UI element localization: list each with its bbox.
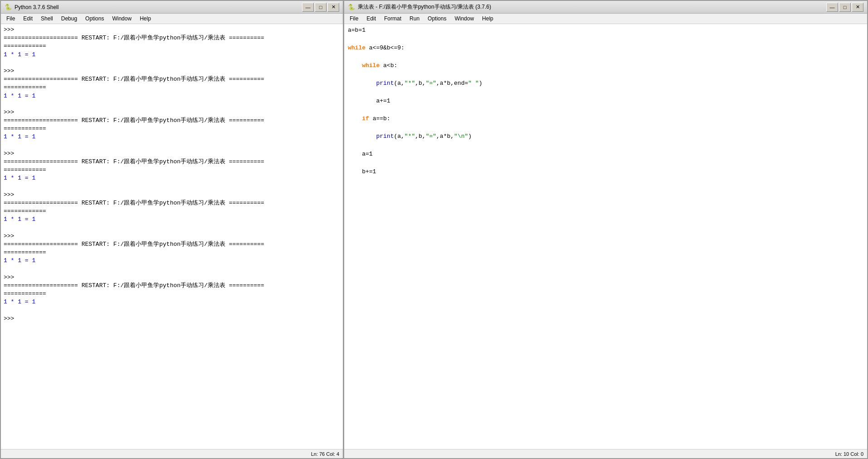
editor-window-icon: 🐍 — [348, 4, 355, 11]
shell-restart-5: ===================== RESTART: F:/跟着小甲鱼学… — [4, 199, 340, 207]
shell-restart-6b: ============ — [4, 249, 340, 257]
shell-blank-5 — [4, 224, 340, 232]
code-line-4: print(a,"*",b,"=",a*b,end=" ") — [348, 79, 863, 88]
shell-restart-1b: ============ — [4, 42, 340, 50]
code-line-8: a=1 — [348, 150, 863, 159]
shell-status-bar: Ln: 76 Col: 4 — [1, 449, 343, 458]
shell-prompt-6: >>> — [4, 232, 340, 240]
shell-restart-7: ===================== RESTART: F:/跟着小甲鱼学… — [4, 282, 340, 290]
code-line-9: b+=1 — [348, 167, 863, 176]
editor-menu-help[interactable]: Help — [478, 15, 497, 23]
shell-content-area: >>> ===================== RESTART: F:/跟着… — [1, 24, 343, 449]
shell-blank-7 — [4, 306, 340, 314]
editor-title-left: 🐍 乘法表 - F:/跟着小甲鱼学python手动练习/乘法表 (3.7.6) — [348, 3, 491, 11]
editor-content-area: a=b=1 while a<=9&b<=9: while a<b: print(… — [344, 24, 867, 449]
shell-window: 🐍 Python 3.7.6 Shell — □ ✕ File Edit She… — [0, 0, 343, 459]
shell-menu-options[interactable]: Options — [82, 15, 107, 23]
shell-result-2: 1 * 1 = 1 — [4, 92, 340, 100]
shell-restart-6: ===================== RESTART: F:/跟着小甲鱼学… — [4, 240, 340, 249]
shell-restart-4: ===================== RESTART: F:/跟着小甲鱼学… — [4, 158, 340, 166]
shell-prompt-1: >>> — [4, 26, 340, 34]
shell-restart-1: ===================== RESTART: F:/跟着小甲鱼学… — [4, 34, 340, 42]
shell-restart-3: ===================== RESTART: F:/跟着小甲鱼学… — [4, 117, 340, 125]
shell-blank-1 — [4, 59, 340, 67]
shell-blank-3 — [4, 142, 340, 150]
editor-status-text: Ln: 10 Col: 0 — [835, 451, 863, 457]
editor-menu-file[interactable]: File — [346, 15, 362, 23]
editor-title-text: 乘法表 - F:/跟着小甲鱼学python手动练习/乘法表 (3.7.6) — [358, 3, 491, 11]
shell-restart-2b: ============ — [4, 83, 340, 92]
shell-close-button[interactable]: ✕ — [327, 3, 339, 12]
shell-result-1: 1 * 1 = 1 — [4, 51, 340, 59]
editor-title-bar: 🐍 乘法表 - F:/跟着小甲鱼学python手动练习/乘法表 (3.7.6) … — [344, 1, 867, 14]
editor-minimize-button[interactable]: — — [826, 3, 838, 12]
shell-final-prompt: >>> — [4, 315, 340, 323]
editor-maximize-button[interactable]: □ — [839, 3, 851, 12]
shell-menu-edit[interactable]: Edit — [20, 15, 36, 23]
shell-title-left: 🐍 Python 3.7.6 Shell — [5, 4, 59, 11]
editor-code-area[interactable]: a=b=1 while a<=9&b<=9: while a<b: print(… — [344, 24, 867, 449]
shell-result-4: 1 * 1 = 1 — [4, 174, 340, 182]
code-line-2: while a<=9&b<=9: — [348, 44, 863, 53]
shell-restart-4b: ============ — [4, 166, 340, 174]
editor-menu-options[interactable]: Options — [424, 15, 450, 23]
shell-maximize-button[interactable]: □ — [315, 3, 327, 12]
shell-title-bar: 🐍 Python 3.7.6 Shell — □ ✕ — [1, 1, 343, 14]
editor-status-bar: Ln: 10 Col: 0 — [344, 449, 867, 458]
shell-restart-7b: ============ — [4, 290, 340, 298]
shell-menu-debug[interactable]: Debug — [58, 15, 81, 23]
shell-menu-file[interactable]: File — [3, 15, 19, 23]
shell-prompt-2: >>> — [4, 67, 340, 75]
shell-window-icon: 🐍 — [5, 4, 12, 11]
code-line-1: a=b=1 — [348, 26, 863, 35]
editor-window-controls: — □ ✕ — [826, 3, 863, 12]
shell-result-6: 1 * 1 = 1 — [4, 257, 340, 265]
editor-menu-format[interactable]: Format — [380, 15, 405, 23]
editor-window: 🐍 乘法表 - F:/跟着小甲鱼学python手动练习/乘法表 (3.7.6) … — [343, 0, 868, 459]
code-line-6: if a==b: — [348, 114, 863, 123]
shell-minimize-button[interactable]: — — [302, 3, 314, 12]
shell-prompt-3: >>> — [4, 108, 340, 117]
shell-restart-3b: ============ — [4, 125, 340, 133]
shell-menu-bar: File Edit Shell Debug Options Window Hel… — [1, 14, 343, 24]
editor-menu-bar: File Edit Format Run Options Window Help — [344, 14, 867, 24]
editor-menu-window[interactable]: Window — [451, 15, 478, 23]
shell-blank-2 — [4, 100, 340, 108]
shell-status-text: Ln: 76 Col: 4 — [311, 451, 339, 457]
shell-output[interactable]: >>> ===================== RESTART: F:/跟着… — [1, 24, 343, 449]
shell-menu-help[interactable]: Help — [136, 15, 155, 23]
code-line-5: a+=1 — [348, 97, 863, 106]
shell-blank-4 — [4, 183, 340, 191]
code-line-7: print(a,"*",b,"=",a*b,"\n") — [348, 132, 863, 141]
shell-prompt-5: >>> — [4, 191, 340, 199]
editor-menu-run[interactable]: Run — [406, 15, 423, 23]
shell-menu-window[interactable]: Window — [108, 15, 135, 23]
shell-result-5: 1 * 1 = 1 — [4, 215, 340, 224]
editor-close-button[interactable]: ✕ — [852, 3, 863, 12]
shell-prompt-4: >>> — [4, 150, 340, 158]
shell-restart-5b: ============ — [4, 207, 340, 215]
code-line-3: while a<b: — [348, 61, 863, 70]
shell-restart-2: ===================== RESTART: F:/跟着小甲鱼学… — [4, 75, 340, 83]
shell-title-text: Python 3.7.6 Shell — [15, 4, 59, 10]
shell-blank-6 — [4, 265, 340, 273]
shell-prompt-7: >>> — [4, 273, 340, 282]
shell-menu-shell[interactable]: Shell — [37, 15, 57, 23]
editor-menu-edit[interactable]: Edit — [363, 15, 380, 23]
shell-result-3: 1 * 1 = 1 — [4, 133, 340, 141]
shell-result-7: 1 * 1 = 1 — [4, 298, 340, 306]
shell-window-controls: — □ ✕ — [302, 3, 339, 12]
